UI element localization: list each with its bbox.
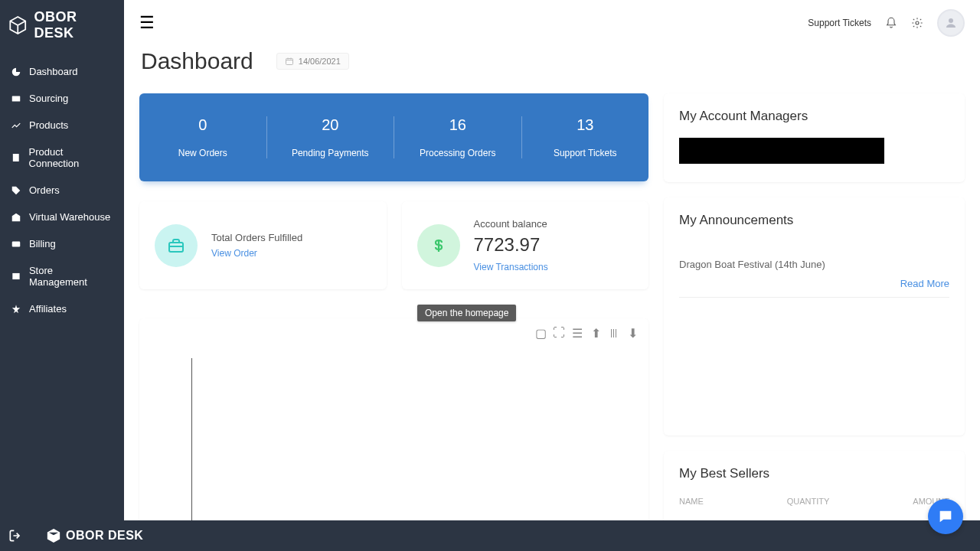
svg-rect-1 [13, 154, 19, 161]
svg-point-5 [949, 18, 953, 23]
star-icon [11, 304, 21, 315]
building-icon [11, 212, 21, 223]
card-icon [11, 239, 21, 249]
announcements-panel: My Announcements Dragon Boat Festival (1… [664, 197, 965, 435]
stat-processing-orders[interactable]: 16Processing Orders [394, 116, 522, 158]
dollar-icon [417, 224, 460, 267]
sidebar-item-sourcing[interactable]: Sourcing [0, 85, 124, 112]
sidebar-item-store-management[interactable]: Store Management [0, 257, 124, 295]
col-quantity: QUANTITY [787, 497, 830, 506]
gear-icon[interactable] [911, 17, 923, 29]
sidebar-item-affiliates[interactable]: Affiliates [0, 295, 124, 322]
svg-rect-0 [12, 96, 21, 101]
logout-icon[interactable] [8, 528, 23, 543]
brand-logo[interactable]: OBOR DESK [0, 0, 124, 51]
two-cards: Total Orders Fulfilled View Order Accoun… [139, 201, 648, 289]
chart-tools: ▢ ⛶ ☰ ⬆ ⫼ ⬇ [150, 328, 638, 338]
col-name: NAME [679, 497, 704, 506]
read-more-link[interactable]: Read More [679, 278, 949, 298]
tool-expand-icon[interactable]: ⛶ [554, 328, 564, 338]
panel-title: My Best Sellers [679, 466, 949, 481]
homepage-tooltip: Open the homepage [417, 305, 516, 321]
topbar: ☰ Support Tickets [124, 0, 980, 37]
sidebar-item-orders[interactable]: Orders [0, 177, 124, 204]
avatar[interactable] [937, 9, 965, 37]
bottom-brand[interactable]: OBOR DESK [46, 528, 143, 543]
tool-bars-icon[interactable]: ⫼ [609, 328, 619, 338]
sidebar-item-virtual-warehouse[interactable]: Virtual Warehouse [0, 204, 124, 230]
gauge-icon [11, 67, 21, 77]
stat-support-tickets[interactable]: 13Support Tickets [522, 116, 649, 158]
svg-rect-6 [286, 59, 292, 65]
box-icon [46, 528, 61, 543]
balance-card-title: Account balance [474, 218, 548, 230]
nav-label: Orders [29, 184, 60, 196]
panel-title: My Announcements [679, 213, 949, 228]
panel-title: My Account Managers [679, 109, 949, 124]
col-left: 0New Orders 20Pending Payments 16Process… [139, 93, 648, 520]
bottom-bar: OBOR DESK [0, 520, 980, 551]
page-title: Dashboard [141, 48, 253, 74]
nav-label: Products [29, 119, 68, 131]
stat-pending-payments[interactable]: 20Pending Payments [267, 116, 395, 158]
chart-card: ▢ ⛶ ☰ ⬆ ⫼ ⬇ [139, 318, 648, 520]
stats-card: 0New Orders 20Pending Payments 16Process… [139, 93, 648, 181]
box-icon [8, 15, 28, 36]
stat-label: Pending Payments [267, 148, 394, 158]
nav-label: Billing [29, 238, 56, 249]
svg-point-4 [916, 21, 919, 24]
nav-label: Sourcing [29, 93, 68, 104]
sidebar-item-dashboard[interactable]: Dashboard [0, 58, 124, 85]
chat-button[interactable] [928, 499, 963, 534]
svg-rect-3 [12, 273, 19, 279]
stat-value: 20 [267, 116, 394, 134]
view-order-link[interactable]: View Order [211, 248, 302, 259]
nav-label: Product Connection [29, 146, 113, 169]
account-balance-card: Account balance 7723.97 View Transaction… [402, 201, 649, 289]
main: ☰ Support Tickets Dashboard 14/06/2021 0… [124, 0, 980, 520]
stat-label: Support Tickets [522, 148, 649, 158]
stat-value: 16 [394, 116, 521, 134]
sidebar-item-product-connection[interactable]: Product Connection [0, 139, 124, 177]
user-icon [944, 16, 958, 30]
announcement-item: Dragon Boat Festival (14th June) [679, 259, 949, 270]
bell-icon[interactable] [885, 17, 897, 29]
tool-list-icon[interactable]: ☰ [572, 328, 583, 338]
best-sellers-panel: My Best Sellers NAME QUANTITY AMOUNT [664, 451, 965, 520]
chat-icon [937, 508, 954, 525]
brand-text: OBOR DESK [34, 9, 116, 41]
nav-label: Dashboard [29, 66, 78, 77]
tag-icon [11, 185, 21, 196]
tool-download-icon[interactable]: ⬇ [627, 328, 638, 338]
document-icon [11, 152, 21, 163]
stat-value: 0 [139, 116, 266, 134]
stat-value: 13 [522, 116, 649, 134]
orders-card-title: Total Orders Fulfilled [211, 232, 302, 243]
chart-icon [11, 120, 21, 131]
bottom-brand-text: OBOR DESK [66, 529, 143, 543]
sidebar-item-products[interactable]: Products [0, 112, 124, 139]
menu-toggle-icon[interactable]: ☰ [139, 13, 155, 33]
best-sellers-header: NAME QUANTITY AMOUNT [679, 497, 949, 506]
support-tickets-link[interactable]: Support Tickets [808, 18, 871, 28]
calendar-icon [285, 57, 294, 66]
balance-amount: 7723.97 [474, 234, 548, 256]
col-right: My Account Managers My Announcements Dra… [664, 93, 965, 520]
nav-label: Virtual Warehouse [29, 211, 110, 223]
tool-zoom-icon[interactable]: ⬆ [590, 328, 601, 338]
account-managers-panel: My Account Managers [664, 93, 965, 182]
briefcase-icon [155, 224, 198, 267]
inbox-icon [11, 93, 21, 104]
account-manager-redacted [679, 138, 884, 164]
page-header: Dashboard 14/06/2021 [124, 37, 980, 93]
stat-new-orders[interactable]: 0New Orders [139, 116, 267, 158]
topbar-right: Support Tickets [808, 9, 965, 37]
nav-label: Store Management [29, 265, 113, 288]
sidebar: OBOR DESK Dashboard Sourcing Products Pr… [0, 0, 124, 551]
nav: Dashboard Sourcing Products Product Conn… [0, 58, 124, 322]
nav-label: Affiliates [29, 303, 67, 315]
view-transactions-link[interactable]: View Transactions [474, 262, 548, 272]
sidebar-item-billing[interactable]: Billing [0, 230, 124, 257]
tool-crop-icon[interactable]: ▢ [535, 328, 546, 338]
date-picker[interactable]: 14/06/2021 [276, 53, 349, 70]
